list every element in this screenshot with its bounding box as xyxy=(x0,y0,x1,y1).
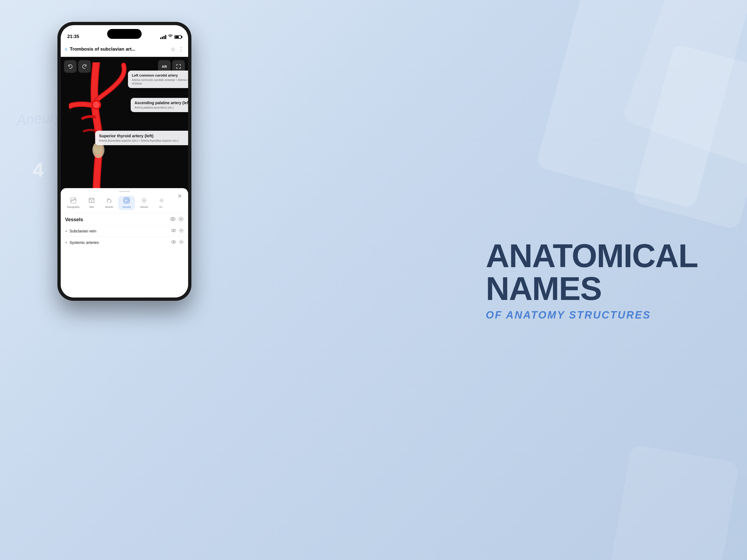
tab-vessels[interactable]: Vessels xyxy=(119,196,135,210)
svg-point-17 xyxy=(173,230,175,231)
bg-shape-1 xyxy=(536,0,747,209)
section-title: Vessels xyxy=(61,213,188,225)
svg-point-12 xyxy=(170,218,175,221)
more-button[interactable]: ⋮ xyxy=(178,46,184,52)
category-tabs: Topography Skin xyxy=(61,196,188,213)
signal-icon xyxy=(160,35,166,39)
tooltip-2-subtitle: Arteria palatina ascendens (sin.) xyxy=(134,106,188,109)
tooltip-card-2: Ascending palatine artery (left) Arteria… xyxy=(131,98,188,112)
svg-point-5 xyxy=(74,199,75,199)
list-item-name-1: Subclavian vein xyxy=(70,229,171,233)
list-item-name-2: Systemic arteries xyxy=(70,240,171,245)
tab-skin-label: Skin xyxy=(89,206,94,208)
nerves-icon xyxy=(141,198,147,205)
expand-icon-2: + xyxy=(65,240,67,245)
status-time: 21:35 xyxy=(67,34,79,40)
bg-shape-2 xyxy=(632,43,747,230)
main-title-line1: ANATOMICAL xyxy=(486,239,698,272)
undo-button[interactable] xyxy=(64,60,77,73)
svg-point-16 xyxy=(172,229,176,232)
tooltip-3-title: Superior thyroid artery (left) xyxy=(99,133,188,138)
tab-vessels-label: Vessels xyxy=(123,206,131,208)
battery-icon xyxy=(175,35,182,39)
item-settings-icon-1[interactable] xyxy=(179,228,184,234)
bg-shape-4 xyxy=(608,444,740,560)
muscle-icon xyxy=(106,198,112,205)
dynamic-island xyxy=(107,29,141,39)
main-title-line2: NAMES xyxy=(486,272,698,305)
expand-icon: + xyxy=(65,229,67,233)
list-item-icons-1 xyxy=(171,228,184,234)
settings-icon[interactable] xyxy=(178,216,184,223)
tooltip-3-subtitle: Arteria thyreoidea superior (sin.) = Art… xyxy=(99,139,188,143)
bg-shape-3 xyxy=(621,0,747,166)
tab-nerves[interactable]: Nerves xyxy=(136,196,152,210)
svg-point-14 xyxy=(180,218,182,220)
tab-muscle-label: Muscle xyxy=(105,206,113,208)
wifi-icon xyxy=(168,34,173,40)
tooltip-card-1: Left common carotid artery Arteria commu… xyxy=(128,71,188,88)
battery-fill xyxy=(175,36,179,38)
svg-point-18 xyxy=(181,230,182,231)
visibility-icon[interactable] xyxy=(170,216,176,223)
tab-skin[interactable]: Skin xyxy=(83,196,100,210)
tooltip-1-title: Left common carotid artery xyxy=(132,73,188,77)
svg-point-23 xyxy=(179,240,183,244)
svg-point-1 xyxy=(93,101,100,108)
section-title-text: Vessels xyxy=(65,217,83,223)
svg-point-20 xyxy=(172,240,176,244)
nav-bar: ‹ Trombosis of subclavian art... ☆ ⋮ xyxy=(61,42,188,57)
redo-button[interactable] xyxy=(78,60,91,73)
item-visibility-icon-1[interactable] xyxy=(171,228,176,234)
organs-icon xyxy=(159,198,164,205)
svg-point-19 xyxy=(179,229,183,232)
list-item[interactable]: + Subclavian vein xyxy=(61,225,188,236)
tab-organs[interactable]: Or... xyxy=(153,196,170,210)
phone-screen: 21:35 xyxy=(61,25,188,298)
svg-point-13 xyxy=(172,218,174,220)
tab-topography-label: Topography xyxy=(67,206,80,208)
phone-frame: 21:35 xyxy=(57,22,191,301)
svg-point-9 xyxy=(143,200,145,201)
bottom-sheet: ✕ Topography xyxy=(61,188,188,298)
tooltip-2-title: Ascending palatine artery (left) xyxy=(134,101,188,105)
sub-title: OF ANATOMY STRUCTURES xyxy=(486,309,698,321)
svg-point-11 xyxy=(160,199,163,202)
close-button[interactable]: ✕ xyxy=(176,192,184,200)
page-title: Trombosis of subclavian art... xyxy=(70,47,168,52)
vessels-icon xyxy=(124,198,130,205)
item-visibility-icon-2[interactable] xyxy=(171,239,176,245)
skin-icon xyxy=(88,198,95,205)
sheet-handle xyxy=(119,191,130,192)
back-button[interactable]: ‹ xyxy=(65,46,67,53)
tooltip-1-subtitle: Arteria communis carotidis sinistrae = A… xyxy=(132,78,188,85)
tab-organs-label: Or... xyxy=(159,206,164,208)
view-controls-left xyxy=(64,60,91,73)
list-item-2[interactable]: + Systemic arteries xyxy=(61,236,188,248)
3d-view[interactable]: AR xyxy=(61,57,188,210)
tab-nerves-label: Nerves xyxy=(140,206,148,208)
bg-number: 4 xyxy=(33,159,44,181)
right-text-block: ANATOMICAL NAMES OF ANATOMY STRUCTURES xyxy=(486,239,698,321)
tab-topography[interactable]: Topography xyxy=(64,196,82,210)
svg-point-10 xyxy=(161,200,162,201)
list-item-icons-2 xyxy=(171,239,184,245)
svg-point-22 xyxy=(181,241,182,243)
favorite-button[interactable]: ☆ xyxy=(171,46,176,52)
svg-point-21 xyxy=(173,241,175,243)
svg-point-6 xyxy=(71,199,72,199)
topography-icon xyxy=(70,198,76,205)
svg-point-15 xyxy=(179,217,183,221)
phone-container: 21:35 xyxy=(57,22,191,301)
section-icons xyxy=(170,216,184,223)
tooltip-card-3: Superior thyroid artery (left) Arteria t… xyxy=(95,131,188,145)
tab-muscle[interactable]: Muscle xyxy=(101,196,117,210)
status-icons xyxy=(160,34,182,40)
item-settings-icon-2[interactable] xyxy=(179,239,184,245)
